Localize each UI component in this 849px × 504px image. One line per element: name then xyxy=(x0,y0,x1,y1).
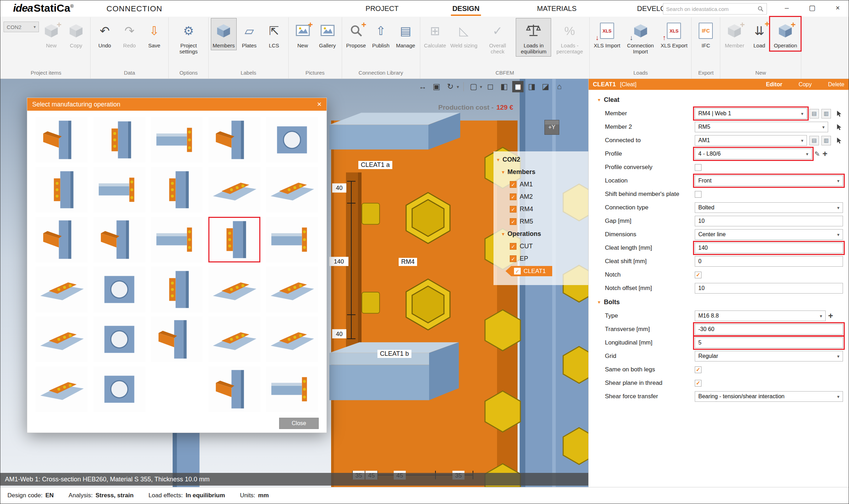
add-profile-icon[interactable]: + xyxy=(822,149,827,159)
select-arrow-icon[interactable] xyxy=(836,137,843,144)
propose-button[interactable]: + Propose xyxy=(344,18,368,50)
transverse-input[interactable] xyxy=(695,324,843,335)
operation-thumbnail[interactable] xyxy=(36,317,88,362)
operation-thumbnail[interactable] xyxy=(151,167,203,213)
loads-in-equilibrium-toggle[interactable]: Loads in equilibrium xyxy=(516,18,551,57)
operation-thumbnail[interactable] xyxy=(151,117,203,163)
section-view-icon[interactable]: ◪ xyxy=(540,81,551,92)
operation-thumbnail[interactable] xyxy=(93,217,145,262)
bolt-type-select[interactable]: M16 8.8▾ xyxy=(695,311,826,321)
project-item-selector[interactable]: CON2▾ xyxy=(4,22,39,32)
operation-thumbnail[interactable] xyxy=(93,366,145,412)
shift-behind-checkbox[interactable]: ✓ xyxy=(695,191,701,198)
operation-thumbnail[interactable] xyxy=(93,267,145,312)
new-picture-button[interactable]: + New xyxy=(291,18,315,50)
select-arrow-icon[interactable] xyxy=(836,110,843,117)
tree-selected-operation[interactable]: ✓CLEAT1 xyxy=(506,266,552,276)
xls-import-button[interactable]: XLS↓ XLS Import xyxy=(592,18,622,50)
operation-thumbnail[interactable] xyxy=(93,117,145,163)
operation-thumbnail[interactable] xyxy=(208,267,260,312)
operation-checkbox[interactable]: ✓ xyxy=(510,255,516,262)
notch-offset-input[interactable] xyxy=(695,283,843,294)
gap-input[interactable] xyxy=(695,216,843,226)
select-arrow-icon[interactable] xyxy=(836,123,843,131)
operation-thumbnail[interactable] xyxy=(36,167,88,213)
maximize-button[interactable]: ▢ xyxy=(801,0,824,15)
copy-project-item-button[interactable]: Copy xyxy=(64,18,88,50)
operation-thumbnail[interactable] xyxy=(266,167,318,213)
add-bolt-type-icon[interactable]: + xyxy=(828,311,833,321)
new-operation-button[interactable]: + Operation xyxy=(772,18,799,50)
collapse-icon[interactable]: ▾ xyxy=(598,97,600,103)
edit-profile-icon[interactable]: ✎ xyxy=(814,150,820,158)
operation-thumbnail[interactable] xyxy=(151,317,203,362)
gallery-button[interactable]: Gallery xyxy=(316,18,340,50)
connection-type-select[interactable]: Bolted▾ xyxy=(695,202,843,213)
search-input[interactable] xyxy=(666,6,757,12)
cleat-length-input[interactable] xyxy=(695,243,843,253)
tree-operation-item[interactable]: ✓CUT xyxy=(497,240,588,253)
project-settings-button[interactable]: ⚙ Project settings xyxy=(171,18,206,57)
new-member-button[interactable]: + Member xyxy=(722,18,746,50)
home-view-icon[interactable]: ⌂ xyxy=(554,81,565,92)
tree-member-item[interactable]: ✓RM4 xyxy=(497,203,588,215)
dialog-close-button[interactable]: Close xyxy=(279,418,319,429)
solid-view-icon[interactable]: ◼ xyxy=(512,81,524,92)
undo-button[interactable]: ↶ Undo xyxy=(93,18,117,50)
plates-list-icon[interactable]: ▤ xyxy=(809,136,819,145)
operation-thumbnail[interactable] xyxy=(208,167,260,213)
dimensions-select[interactable]: Center line▾ xyxy=(695,229,843,240)
rotate-view-icon[interactable]: ↻ xyxy=(445,81,456,92)
dialog-close-icon[interactable]: × xyxy=(317,100,322,108)
profile-select[interactable]: 4 - L80/6▾ xyxy=(695,149,812,159)
save-button[interactable]: ⇩ Save xyxy=(142,18,166,50)
operation-thumbnail[interactable] xyxy=(36,117,88,163)
overall-check-button[interactable]: ✓ Overall check xyxy=(480,18,515,57)
plates-toggle-button[interactable]: ▱ Plates xyxy=(237,18,261,50)
operation-thumbnail[interactable] xyxy=(266,317,318,362)
operation-thumbnail[interactable] xyxy=(266,117,318,163)
xls-export-button[interactable]: XLS↑ XLS Export xyxy=(659,18,689,50)
operation-thumbnail[interactable] xyxy=(36,267,88,312)
member-checkbox[interactable]: ✓ xyxy=(510,193,516,200)
tree-members-header[interactable]: ▾Members xyxy=(497,166,588,178)
editor-button[interactable]: Editor xyxy=(766,81,782,88)
operation-thumbnail[interactable] xyxy=(151,267,203,312)
loads-percentage-toggle[interactable]: % Loads - percentage xyxy=(552,18,587,57)
orientation-cube[interactable]: +Y xyxy=(544,120,559,135)
members-toggle-button[interactable]: Members xyxy=(211,18,237,50)
profile-conversely-checkbox[interactable]: ✓ xyxy=(695,164,701,171)
operation-checkbox[interactable]: ✓ xyxy=(514,268,521,274)
operation-thumbnail[interactable] xyxy=(36,217,88,262)
member-checkbox[interactable]: ✓ xyxy=(510,181,516,188)
cleat-shift-input[interactable] xyxy=(695,256,843,267)
operation-thumbnail[interactable] xyxy=(266,267,318,312)
minimize-button[interactable]: – xyxy=(775,0,798,15)
crop-view-icon[interactable]: ▢ xyxy=(468,81,479,92)
wireframe-view-icon[interactable]: ◻ xyxy=(485,81,496,92)
manage-button[interactable]: ▤ Manage xyxy=(394,18,418,50)
member2-select[interactable]: RM5▾ xyxy=(695,122,828,132)
tree-project-item[interactable]: ▾CON2 xyxy=(497,153,588,166)
plate-detail-icon[interactable]: ▥ xyxy=(821,136,831,145)
connection-import-button[interactable]: ↓ Connection Import xyxy=(623,18,658,57)
grid-select[interactable]: Regular▾ xyxy=(695,351,843,361)
lcs-toggle-button[interactable]: ⇱ LCS xyxy=(262,18,286,50)
operation-thumbnail[interactable] xyxy=(208,117,260,163)
same-on-both-legs-checkbox[interactable]: ✓ xyxy=(695,366,701,373)
tree-member-item[interactable]: ✓AM2 xyxy=(497,191,588,203)
longitudinal-input[interactable] xyxy=(695,337,843,348)
notch-checkbox[interactable]: ✓ xyxy=(695,272,701,278)
tree-operation-item[interactable]: ✓EP xyxy=(497,253,588,265)
operation-thumbnail[interactable] xyxy=(151,217,203,262)
copy-operation-button[interactable]: Copy xyxy=(798,81,812,88)
member-checkbox[interactable]: ✓ xyxy=(510,218,516,225)
member-checkbox[interactable]: ✓ xyxy=(510,206,516,213)
location-select[interactable]: Front▾ xyxy=(695,175,843,186)
operation-thumbnail-selected[interactable] xyxy=(208,217,260,262)
tree-operations-header[interactable]: ▾Operations xyxy=(497,228,588,240)
chevron-down-icon[interactable]: ▾ xyxy=(457,84,459,89)
operation-checkbox[interactable]: ✓ xyxy=(510,243,516,250)
collapse-icon[interactable]: ▾ xyxy=(598,299,600,305)
fit-view-icon[interactable]: ▣ xyxy=(431,81,442,92)
